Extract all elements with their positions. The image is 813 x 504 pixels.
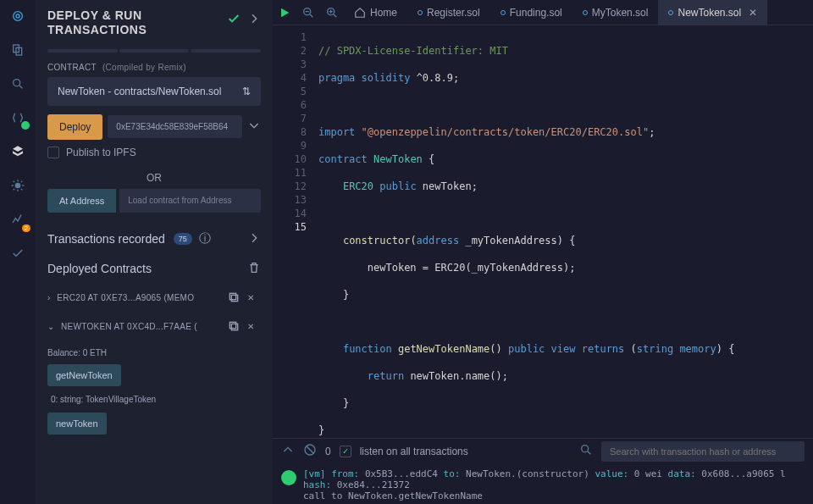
- tx-count-badge: 75: [174, 233, 192, 245]
- deploy-icon[interactable]: [8, 142, 27, 161]
- play-icon[interactable]: [273, 6, 296, 19]
- at-address-input[interactable]: Load contract from Address: [119, 189, 261, 213]
- remix-logo-icon[interactable]: [8, 7, 27, 25]
- line-gutter: 123456789101112131415: [273, 25, 318, 438]
- chevron-down-icon[interactable]: ⌄: [47, 322, 54, 331]
- chevron-right-icon[interactable]: [247, 231, 261, 247]
- deployed-header: Deployed Contracts: [47, 261, 261, 277]
- transactions-header[interactable]: Transactions recorded 75 ⓘ: [47, 231, 261, 247]
- deploy-panel: DEPLOY & RUN TRANSACTIONS CONTRACT (Comp…: [36, 0, 273, 504]
- at-address-button[interactable]: At Address: [47, 189, 116, 213]
- debug-icon[interactable]: [8, 176, 27, 195]
- svg-rect-7: [230, 293, 235, 299]
- contract-select[interactable]: NewToken - contracts/NewToken.sol⇅: [47, 77, 261, 106]
- chevron-right-icon[interactable]: ›: [47, 293, 50, 302]
- copy-icon[interactable]: [227, 291, 241, 306]
- deploy-button[interactable]: Deploy: [47, 114, 102, 140]
- close-icon[interactable]: ✕: [749, 7, 757, 19]
- svg-point-4: [14, 80, 20, 86]
- deploy-address: 0xE73E34dc58E839eF58B64: [108, 115, 242, 138]
- contract-instance[interactable]: › ERC20 AT 0XE73...A9065 (MEMO ✕: [47, 284, 261, 313]
- publish-ipfs-checkbox[interactable]: Publish to IPFS: [47, 147, 261, 158]
- code-editor[interactable]: 123456789101112131415 // SPDX-License-Id…: [273, 25, 813, 438]
- collapse-icon[interactable]: [281, 443, 295, 459]
- svg-point-1: [16, 14, 19, 18]
- pending-count: 0: [325, 446, 331, 457]
- search-icon[interactable]: [579, 443, 593, 459]
- svg-point-0: [14, 12, 23, 21]
- updown-icon: ⇅: [242, 86, 251, 97]
- function-result: 0: string: TokenVillageToken: [51, 395, 261, 404]
- listen-checkbox[interactable]: ✓: [340, 446, 351, 457]
- function-button[interactable]: newToken: [47, 413, 107, 435]
- info-icon[interactable]: ⓘ: [199, 231, 211, 246]
- copy-icon[interactable]: [227, 319, 241, 335]
- tab-file[interactable]: Funding.sol: [490, 0, 572, 25]
- clear-icon[interactable]: [303, 443, 317, 459]
- svg-point-5: [15, 183, 21, 189]
- tab-file[interactable]: MyToken.sol: [572, 0, 659, 25]
- chevron-down-icon[interactable]: [247, 119, 261, 136]
- svg-rect-6: [231, 295, 237, 301]
- compiler-icon[interactable]: [8, 108, 27, 127]
- close-icon[interactable]: ✕: [247, 322, 261, 331]
- success-icon: [281, 470, 296, 485]
- analytics-icon[interactable]: 2: [8, 210, 27, 229]
- search-icon[interactable]: [8, 75, 27, 93]
- plugin-icon[interactable]: [8, 244, 27, 263]
- function-button[interactable]: getNewToken: [47, 364, 121, 386]
- listen-label: listen on all transactions: [360, 446, 468, 457]
- svg-rect-9: [230, 322, 235, 328]
- tab-home[interactable]: Home: [344, 0, 407, 25]
- terminal-output[interactable]: [vm] from: 0x5B3...eddC4 to: NewToken.(c…: [273, 463, 813, 504]
- terminal-bar: 0 ✓ listen on all transactions: [273, 438, 813, 463]
- files-icon[interactable]: [8, 41, 27, 59]
- contract-label: CONTRACT (Compiled by Remix): [47, 63, 261, 72]
- or-divider: OR: [47, 172, 261, 184]
- svg-point-13: [582, 446, 589, 452]
- contract-instance[interactable]: ⌄ NEWTOKEN AT 0XC4D...F7AAE ( ✕: [47, 313, 261, 341]
- svg-rect-8: [231, 324, 237, 330]
- zoom-in-icon[interactable]: [320, 6, 344, 19]
- editor-area: Home Register.sol Funding.sol MyToken.so…: [273, 0, 813, 504]
- zoom-out-icon[interactable]: [296, 6, 320, 19]
- panel-title: DEPLOY & RUN TRANSACTIONS: [47, 8, 147, 37]
- close-icon[interactable]: ✕: [247, 293, 261, 302]
- tab-file[interactable]: Register.sol: [407, 0, 490, 25]
- balance-label: Balance: 0 ETH: [47, 348, 261, 357]
- check-icon: [227, 12, 241, 29]
- tab-file[interactable]: NewToken.sol✕: [658, 0, 767, 25]
- trash-icon[interactable]: [247, 261, 261, 277]
- icon-sidebar: 2: [0, 0, 36, 504]
- terminal-search-input[interactable]: [601, 441, 805, 462]
- chevron-right-icon[interactable]: [247, 12, 261, 29]
